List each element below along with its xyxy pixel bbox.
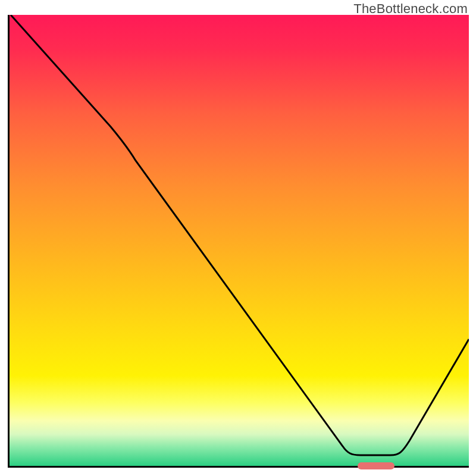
optimal-marker bbox=[358, 462, 394, 469]
bottleneck-curve bbox=[10, 15, 469, 466]
chart-area bbox=[8, 15, 469, 468]
